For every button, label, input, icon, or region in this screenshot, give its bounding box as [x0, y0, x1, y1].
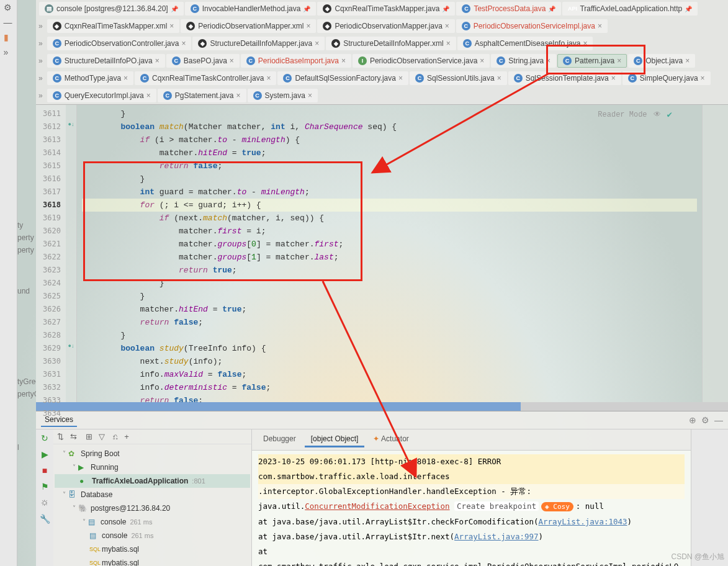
pin-icon[interactable]: 📌: [303, 6, 310, 12]
editor-tab[interactable]: ▤console [postgres@121.36.84.20]📌: [39, 2, 184, 16]
tab-debugger[interactable]: Debugger: [257, 432, 302, 447]
tree-spring-boot[interactable]: ˅✿Spring Boot: [55, 447, 250, 460]
editor-tab[interactable]: CPgStatement.java×: [158, 89, 246, 102]
editor-tab[interactable]: CMethodType.java×: [47, 71, 133, 85]
editor-tab[interactable]: CTestProcessData.java📌: [456, 2, 561, 16]
editor-tab[interactable]: CAsphaltCementDiseaseInfo.java×: [457, 37, 593, 50]
code-editor[interactable]: 3611361236133614361536163617361836193620…: [36, 105, 728, 402]
more-icon[interactable]: »: [4, 47, 14, 57]
wrench-icon[interactable]: 🔧: [40, 514, 50, 524]
editor-tab[interactable]: CCqxnRealTimeTaskController.java×: [135, 71, 276, 85]
undo-icon[interactable]: ⎌: [113, 432, 118, 441]
close-icon[interactable]: ×: [701, 74, 705, 83]
editor-tab[interactable]: CQueryExecutorImpl.java×: [47, 89, 156, 102]
editor-tab[interactable]: APITrafficAxleLoadApplication.http📌: [562, 2, 698, 16]
tree-postgres[interactable]: ˅🐘postgres@121.36.84.20: [55, 501, 250, 515]
tab-console[interactable]: [object Object]: [305, 432, 365, 447]
editor-tab[interactable]: ◆CqxnRealTimeTaskMapper.java📌: [317, 2, 455, 16]
add-service-icon[interactable]: ⊕: [689, 415, 696, 425]
close-icon[interactable]: ×: [169, 22, 174, 30]
services-tree[interactable]: ⇅⇆ ⊞▽ ⎌+ ˅✿Spring Boot ˅▶Running ●Traffi…: [53, 429, 252, 566]
source-link[interactable]: ArrayList.java:997: [454, 532, 538, 541]
close-icon[interactable]: ×: [598, 22, 602, 30]
editor-tab[interactable]: CInvocableHandlerMethod.java📌: [185, 2, 317, 16]
editor-tab[interactable]: ◆PeriodicObservationMapper.java×: [317, 19, 454, 33]
overflow-icon[interactable]: »: [38, 74, 43, 83]
close-icon[interactable]: ×: [617, 56, 621, 65]
attach-icon[interactable]: ⚑: [41, 482, 49, 492]
pin-icon[interactable]: 📌: [171, 6, 178, 12]
editor-tab[interactable]: CStructureDetailInfoPO.java×: [47, 54, 165, 68]
close-icon[interactable]: ×: [685, 56, 690, 65]
close-icon[interactable]: ×: [181, 39, 186, 48]
editor-tab[interactable]: CObject.java×: [628, 54, 695, 68]
editor-tab[interactable]: ◆StructureDetailInfoMapper.xml×: [326, 37, 456, 50]
pin-icon[interactable]: 📌: [685, 6, 692, 12]
editor-tab[interactable]: IPeriodicObservationService.java×: [353, 54, 490, 68]
console-output[interactable]: 2023-10-25 09:06:01.173 [http-nio-8018-e…: [252, 451, 691, 566]
collapse-icon[interactable]: ⇆: [70, 432, 77, 441]
editor-tab[interactable]: CSystem.java×: [248, 89, 318, 102]
layout-icon[interactable]: ⊞: [86, 432, 92, 441]
expand-icon[interactable]: ⇅: [57, 432, 64, 441]
close-icon[interactable]: ×: [445, 22, 449, 30]
run-icon[interactable]: ▶: [42, 449, 48, 459]
close-icon[interactable]: ×: [611, 74, 616, 83]
create-breakpoint-button[interactable]: Create breakpoint: [454, 501, 539, 511]
tree-running[interactable]: ˅▶Running: [55, 460, 250, 474]
close-icon[interactable]: ×: [315, 39, 319, 48]
close-icon[interactable]: ×: [308, 91, 312, 100]
reader-mode-toggle[interactable]: Reader Mode👁✔: [598, 109, 672, 122]
tree-console-sub[interactable]: ▤console261 ms: [55, 529, 250, 542]
add-icon[interactable]: +: [124, 432, 129, 441]
close-icon[interactable]: ×: [398, 74, 403, 83]
close-icon[interactable]: ×: [146, 91, 151, 100]
close-icon[interactable]: ×: [480, 56, 484, 65]
close-icon[interactable]: ×: [124, 74, 128, 83]
tree-database[interactable]: ˅🗄Database: [55, 488, 250, 501]
pin-icon[interactable]: 📌: [548, 6, 555, 12]
tree-sql-file[interactable]: SQLmybatis.sql: [55, 556, 250, 566]
close-icon[interactable]: ×: [497, 74, 501, 83]
editor-tab[interactable]: CBasePO.java×: [166, 54, 240, 68]
editor-tab[interactable]: ◆CqxnRealTimeTaskMapper.xml×: [47, 19, 180, 33]
fold-column[interactable]: ●↓ ●↓: [66, 105, 77, 402]
close-icon[interactable]: ×: [236, 91, 241, 100]
close-icon[interactable]: ×: [546, 56, 550, 65]
settings-icon[interactable]: ⚙: [4, 2, 14, 12]
close-icon[interactable]: ×: [155, 56, 160, 65]
editor-minimap[interactable]: [702, 105, 728, 402]
editor-tab[interactable]: CPattern.java×: [557, 54, 627, 68]
tree-console[interactable]: ˅▤console261 ms: [55, 515, 250, 529]
editor-tab[interactable]: ◆StructureDetailInfoMapper.java×: [192, 37, 325, 50]
close-icon[interactable]: ×: [306, 22, 310, 30]
tree-app[interactable]: ●TrafficAxleLoadApplication:801: [55, 474, 250, 488]
code-area[interactable]: Reader Mode👁✔ } boolean match(Matcher ma…: [77, 105, 702, 402]
editor-tab[interactable]: ◆PeriodicObservationMapper.xml×: [181, 19, 316, 33]
pin-icon[interactable]: 📌: [442, 6, 449, 12]
gear-icon[interactable]: ⚙: [701, 415, 709, 425]
editor-tab[interactable]: CSimpleQuery.java×: [622, 71, 711, 85]
editor-tab[interactable]: CString.java×: [491, 54, 556, 68]
close-icon[interactable]: ×: [583, 39, 587, 48]
editor-tab[interactable]: CPeriodicBaseImport.java×: [241, 54, 351, 68]
tab-actuator[interactable]: ✦ Actuator: [367, 432, 415, 447]
overflow-icon[interactable]: »: [38, 39, 43, 48]
tree-sql-file[interactable]: SQLmybatis.sql: [55, 542, 250, 556]
exception-link[interactable]: ConcurrentModificationException: [305, 501, 449, 511]
horizontal-scrollbar[interactable]: [36, 402, 728, 411]
editor-tab[interactable]: CSqlSessionTemplate.java×: [508, 71, 621, 85]
editor-tab[interactable]: CDefaultSqlSessionFactory.java×: [277, 71, 408, 85]
overflow-icon[interactable]: »: [38, 22, 43, 30]
collapse-icon[interactable]: —: [4, 17, 14, 27]
hide-icon[interactable]: —: [714, 415, 723, 425]
console-minimap[interactable]: [691, 429, 728, 566]
editor-tab[interactable]: CSqlSessionUtils.java×: [410, 71, 507, 85]
editor-tab[interactable]: CPeriodicObservationController.java×: [47, 37, 192, 50]
source-link[interactable]: ArrayList.java:1043: [539, 517, 627, 526]
close-icon[interactable]: ×: [230, 56, 234, 65]
close-icon[interactable]: ×: [446, 39, 451, 48]
close-icon[interactable]: ×: [341, 56, 346, 65]
overflow-icon[interactable]: »: [38, 56, 43, 65]
bookmark-icon[interactable]: ▮: [4, 32, 14, 42]
